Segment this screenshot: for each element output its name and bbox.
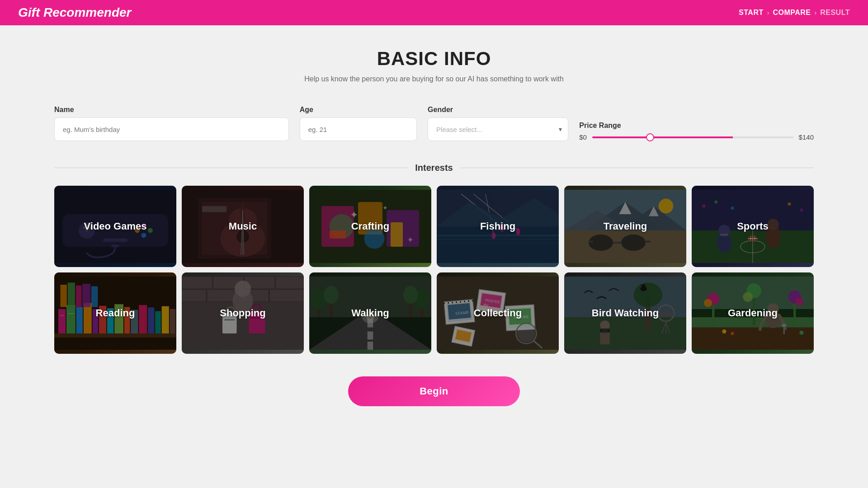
interest-overlay-traveling: Traveling — [564, 186, 686, 267]
interest-label-bird-watching: Bird Watching — [592, 307, 659, 319]
price-min-label: $0 — [579, 133, 587, 141]
nav: START › COMPARE › RESULT — [739, 9, 850, 17]
gender-field: Gender Please select... Male Female Othe… — [428, 106, 568, 141]
interest-label-reading: Reading — [96, 307, 135, 319]
interest-card-walking[interactable]: Walking — [309, 272, 431, 354]
interest-card-sports[interactable]: Sports — [692, 186, 814, 267]
name-label: Name — [54, 106, 289, 114]
interest-label-music: Music — [229, 221, 257, 232]
interests-title: Interests — [415, 163, 453, 173]
interest-label-fishing: Fishing — [480, 221, 515, 232]
page-subtitle: Help us know the person you are buying f… — [54, 75, 814, 83]
price-range-container: $0 $140 — [579, 133, 814, 141]
page-title: BASIC INFO — [54, 48, 814, 70]
age-field: Age — [300, 106, 417, 141]
gender-select[interactable]: Please select... Male Female Other — [428, 117, 568, 141]
nav-compare[interactable]: COMPARE — [773, 9, 811, 17]
interest-overlay-sports: Sports — [692, 186, 814, 267]
gender-label: Gender — [428, 106, 568, 114]
interest-card-fishing[interactable]: Fishing — [437, 186, 559, 267]
interest-overlay-walking: Walking — [309, 272, 431, 354]
form-row: Name Age Gender Please select... Male Fe… — [54, 106, 814, 141]
interest-card-collecting[interactable]: STAMP POSTES 45c — [437, 272, 559, 354]
age-input[interactable] — [300, 117, 417, 141]
nav-chevron-2: › — [815, 9, 817, 16]
interest-label-walking: Walking — [351, 307, 389, 319]
nav-chevron-1: › — [767, 9, 769, 16]
price-range-field: Price Range $0 $140 — [579, 122, 814, 141]
logo: Gift Recommender — [18, 5, 132, 20]
interest-overlay-bird-watching: Bird Watching — [564, 272, 686, 354]
nav-start[interactable]: START — [739, 9, 764, 17]
interest-card-traveling[interactable]: Traveling — [564, 186, 686, 267]
header: Gift Recommender START › COMPARE › RESUL… — [0, 0, 868, 25]
interest-overlay-crafting: Crafting — [309, 186, 431, 267]
name-field: Name — [54, 106, 289, 141]
interest-card-shopping[interactable]: Shopping — [182, 272, 304, 354]
interest-overlay-music: Music — [182, 186, 304, 267]
interest-label-shopping: Shopping — [220, 307, 265, 319]
interest-card-bird-watching[interactable]: Bird Watching — [564, 272, 686, 354]
interest-label-crafting: Crafting — [351, 221, 389, 232]
interest-overlay-fishing: Fishing — [437, 186, 559, 267]
main-content: BASIC INFO Help us know the person you a… — [0, 25, 868, 429]
gender-select-wrapper: Please select... Male Female Other ▾ — [428, 117, 568, 141]
price-max-label: $140 — [799, 133, 814, 141]
name-input[interactable] — [54, 117, 289, 141]
interest-card-crafting[interactable]: ✦ ✦ ✦ Crafting — [309, 186, 431, 267]
interest-card-video-games[interactable]: Video Games — [54, 186, 176, 267]
interest-card-gardening[interactable]: Gardening — [692, 272, 814, 354]
interests-line-left — [54, 168, 408, 168]
nav-result[interactable]: RESULT — [820, 9, 850, 17]
price-label: Price Range — [579, 122, 814, 130]
interest-overlay-shopping: Shopping — [182, 272, 304, 354]
interest-label-collecting: Collecting — [474, 307, 522, 319]
interests-grid: Video Games — [54, 186, 814, 354]
interest-label-video-games: Video Games — [84, 221, 147, 232]
age-label: Age — [300, 106, 417, 114]
interests-header: Interests — [54, 163, 814, 173]
interest-label-traveling: Traveling — [604, 221, 647, 232]
interest-overlay-reading: Reading — [54, 272, 176, 354]
interest-overlay-video-games: Video Games — [54, 186, 176, 267]
price-slider[interactable] — [592, 136, 793, 138]
interest-overlay-gardening: Gardening — [692, 272, 814, 354]
begin-button[interactable]: Begin — [348, 376, 520, 406]
interest-card-music[interactable]: Music — [182, 186, 304, 267]
interest-label-sports: Sports — [737, 221, 769, 232]
interest-overlay-collecting: Collecting — [437, 272, 559, 354]
interest-label-gardening: Gardening — [728, 307, 778, 319]
begin-container: Begin — [54, 376, 814, 406]
interests-line-right — [460, 168, 814, 168]
interest-card-reading[interactable]: Reading — [54, 272, 176, 354]
